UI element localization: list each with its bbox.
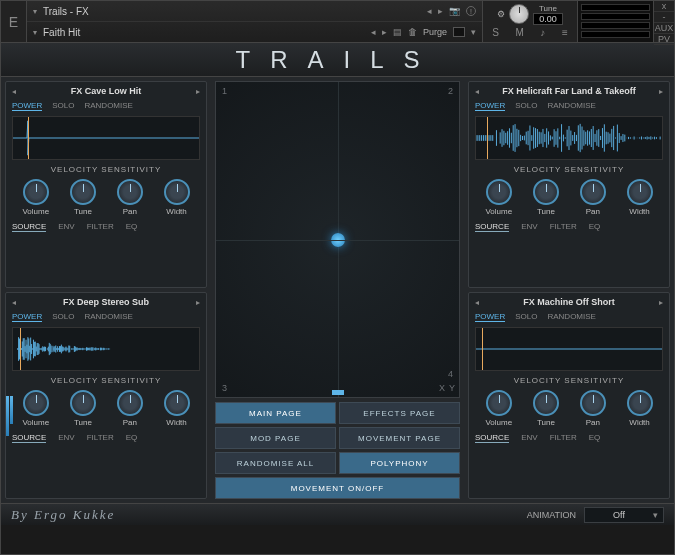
slot-subtab-source[interactable]: SOURCE [12,433,46,443]
knob-width[interactable] [164,390,190,416]
slot-next-icon[interactable]: ▸ [196,87,200,96]
list-icon[interactable]: ▤ [393,27,402,37]
slot-bottom-tabs: SOURCEENVFILTEREQ [475,432,663,444]
slot-tab-solo[interactable]: SOLO [52,312,74,322]
slot-subtab-eq[interactable]: EQ [589,433,601,443]
slot-subtab-filter[interactable]: FILTER [87,433,114,443]
knob-tune[interactable] [70,390,96,416]
knob-volume[interactable] [486,179,512,205]
slot-subtab-filter[interactable]: FILTER [550,222,577,232]
waveform[interactable] [475,116,663,160]
nav-main-page[interactable]: MAIN PAGE [215,402,336,424]
slot-tab-randomise[interactable]: RANDOMISE [547,312,595,322]
slot-subtab-eq[interactable]: EQ [126,433,138,443]
knob-tune[interactable] [70,179,96,205]
velocity-label: VELOCITY SENSITIVITY [475,165,663,174]
knob-tune[interactable] [533,390,559,416]
knob-volume[interactable] [23,390,49,416]
slot-tab-solo[interactable]: SOLO [52,101,74,111]
slot-tab-power[interactable]: POWER [12,101,42,111]
animation-select[interactable]: Off [584,507,664,523]
slot-tab-power[interactable]: POWER [12,312,42,322]
slot-prev-icon[interactable]: ◂ [12,87,16,96]
eq-icon[interactable]: ≡ [562,27,568,38]
knob-volume[interactable] [486,390,512,416]
waveform[interactable] [12,327,200,371]
purge-checkbox[interactable] [453,27,465,37]
slot-subtab-env[interactable]: ENV [521,222,537,232]
preset-tri-icon[interactable]: ▾ [33,28,37,37]
knob-width[interactable] [627,179,653,205]
prev-icon[interactable]: ◂ [427,6,432,16]
info-icon[interactable]: ! [466,6,476,16]
slot-prev-icon[interactable]: ◂ [12,298,16,307]
knob-width[interactable] [164,179,190,205]
slot-subtab-eq[interactable]: EQ [126,222,138,232]
slot-subtab-env[interactable]: ENV [58,433,74,443]
knob-pan[interactable] [580,179,606,205]
next-icon[interactable]: ▸ [438,6,443,16]
m-button[interactable]: M [515,27,523,38]
waveform[interactable] [475,327,663,371]
tune-knob[interactable] [509,4,529,24]
slot-tabs: POWERSOLORANDOMISE [475,310,663,324]
pv-icon[interactable]: PV [654,34,674,45]
slot-subtab-env[interactable]: ENV [58,222,74,232]
slot-next-icon[interactable]: ▸ [196,298,200,307]
slot-tab-randomise[interactable]: RANDOMISE [84,312,132,322]
slot-subtab-eq[interactable]: EQ [589,222,601,232]
xy-ball[interactable] [331,233,345,247]
knob-volume[interactable] [23,179,49,205]
slot-next-icon[interactable]: ▸ [659,87,663,96]
nav-movement-on-off[interactable]: MOVEMENT ON/OFF [215,477,460,499]
topbar: E ▾ Trails - FX ◂ ▸ 📷 ! ▾ Faith Hit ◂ ▸ … [1,1,674,43]
slot-next-icon[interactable]: ▸ [659,298,663,307]
slot-tab-power[interactable]: POWER [475,312,505,322]
slot-prev-icon[interactable]: ◂ [475,298,479,307]
camera-icon[interactable]: 📷 [449,6,460,16]
slot-tab-solo[interactable]: SOLO [515,312,537,322]
knob-width[interactable] [627,390,653,416]
title-bar: TRAILS [1,43,674,77]
slot-subtab-env[interactable]: ENV [521,433,537,443]
preset-prev-icon[interactable]: ◂ [371,27,376,37]
slot-tab-solo[interactable]: SOLO [515,101,537,111]
bank-name: Trails - FX [43,6,421,17]
slot-prev-icon[interactable]: ◂ [475,87,479,96]
preset-next-icon[interactable]: ▸ [382,27,387,37]
bank-tri-icon[interactable]: ▾ [33,7,37,16]
nav-movement-page[interactable]: MOVEMENT PAGE [339,427,460,449]
trash-icon[interactable]: 🗑 [408,27,417,37]
xy-slider-handle[interactable] [332,390,344,395]
slot-tab-power[interactable]: POWER [475,101,505,111]
nav-grid: MAIN PAGEEFFECTS PAGEMOD PAGEMOVEMENT PA… [215,402,460,499]
knob-pan[interactable] [117,179,143,205]
slot-title: FX Cave Low Hit [19,86,193,96]
slot-subtab-filter[interactable]: FILTER [87,222,114,232]
waveform[interactable] [12,116,200,160]
slot-subtab-source[interactable]: SOURCE [475,222,509,232]
slot-tab-randomise[interactable]: RANDOMISE [84,101,132,111]
slot-subtab-filter[interactable]: FILTER [550,433,577,443]
xy-pad[interactable]: 1 2 3 4 X Y [215,81,460,398]
nav-randomise-all[interactable]: RANDOMISE ALL [215,452,336,474]
slot-tab-randomise[interactable]: RANDOMISE [547,101,595,111]
tune-value[interactable]: 0.00 [533,13,563,25]
knob-pan[interactable] [117,390,143,416]
purge-tri-icon[interactable]: ▾ [471,27,476,37]
aux-button[interactable]: AUX [654,23,674,34]
slot-subtab-source[interactable]: SOURCE [475,433,509,443]
nav-effects-page[interactable]: EFFECTS PAGE [339,402,460,424]
knob-label: Width [629,207,649,216]
slot-tabs: POWERSOLORANDOMISE [12,310,200,324]
slot-subtab-source[interactable]: SOURCE [12,222,46,232]
voices-icon[interactable]: ♪ [540,27,545,38]
gear-icon[interactable]: ⚙ [497,9,505,19]
close-icon[interactable]: x [654,1,674,12]
knob-tune[interactable] [533,179,559,205]
minimize-icon[interactable]: - [654,12,674,23]
nav-polyphony[interactable]: POLYPHONY [339,452,460,474]
s-button[interactable]: S [492,27,499,38]
knob-pan[interactable] [580,390,606,416]
nav-mod-page[interactable]: MOD PAGE [215,427,336,449]
